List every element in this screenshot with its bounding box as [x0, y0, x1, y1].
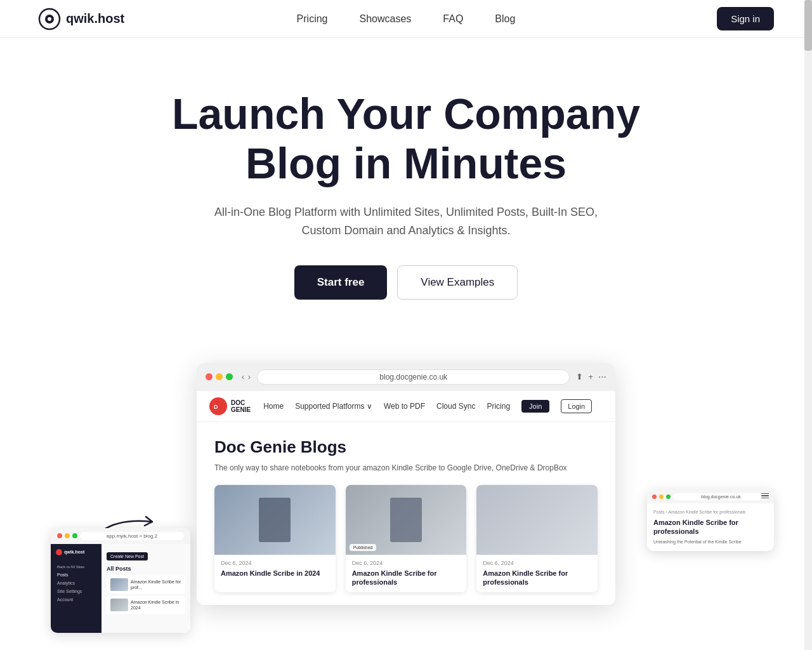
post-item-2-text: Amazon Kindle Scribe in 2024	[131, 599, 181, 611]
hamburger-line-1	[761, 493, 769, 494]
sign-in-button[interactable]: Sign in	[717, 7, 774, 30]
float-dot-green	[666, 494, 671, 499]
add-tab-icon[interactable]: +	[588, 372, 593, 381]
hamburger-icon[interactable]	[761, 493, 769, 499]
logo-text: qwik.host	[66, 11, 124, 26]
admin-address-bar: app.myik.host > blog.2	[80, 532, 184, 540]
hero-title: Launch Your Company Blog in Minutes	[159, 89, 653, 188]
browser-nav-controls: ‹ ›	[242, 373, 251, 381]
sidebar-item-back[interactable]: Back to All Sites	[56, 563, 96, 571]
float-dot-red	[652, 494, 657, 499]
float-top-bar: blog.docgenie.co.uk	[647, 490, 774, 503]
sidebar-logo-dot	[56, 549, 62, 555]
blog-card-1-body: Dec 6, 2024 Amazon Kindle Scribe in 2024	[214, 555, 336, 583]
admin-main-panel: Create New Post All Posts Amazon Kindle …	[102, 544, 190, 633]
blog-nav-pricing[interactable]: Pricing	[487, 402, 510, 411]
blog-card-2-image: Published	[346, 485, 467, 555]
mockup-area: app.myik.host > blog.2 qwik.host Back to…	[0, 363, 812, 650]
blog-card-2-body: Dec 6, 2024 Amazon Kindle Scribe for pro…	[346, 555, 467, 592]
blog-nav-pdf[interactable]: Web to PDF	[384, 402, 425, 411]
forward-arrow-icon[interactable]: ›	[248, 373, 251, 381]
browser-dot-yellow[interactable]	[216, 373, 223, 380]
share-icon[interactable]: ⬆	[576, 372, 583, 381]
blog-card-3-image	[476, 485, 598, 555]
blog-logo-icon: D	[209, 397, 227, 415]
view-examples-button[interactable]: View Examples	[397, 265, 518, 300]
float-dot-yellow	[659, 494, 664, 499]
blog-nav: Home Supported Platforms ∨ Web to PDF Cl…	[263, 399, 592, 413]
blog-header: D DOCGENIE Home Supported Platforms ∨ We…	[197, 391, 615, 422]
start-free-button[interactable]: Start free	[294, 265, 388, 300]
nav-blog[interactable]: Blog	[495, 13, 515, 25]
hero-section: Launch Your Company Blog in Minutes All-…	[0, 38, 812, 363]
blog-logo: D DOCGENIE	[209, 397, 251, 415]
sidebar-item-analytics[interactable]: Analytics	[56, 579, 96, 587]
more-options-icon[interactable]: ⋯	[598, 372, 606, 381]
svg-point-2	[48, 17, 51, 21]
post-item-1-text: Amazon Kindle Scribe for prof...	[131, 579, 181, 590]
blog-card-2-date: Dec 6, 2024	[352, 560, 461, 566]
blog-logo-brand: DOCGENIE	[231, 399, 251, 413]
logo[interactable]: qwik.host	[38, 8, 124, 30]
admin-sidebar: qwik.host Back to All Sites Posts Analyt…	[51, 544, 190, 633]
sidebar-item-site-settings[interactable]: Site Settings	[56, 587, 96, 595]
blog-card-3-title: Amazon Kindle Scribe for professionals	[483, 569, 591, 587]
nav-showcases[interactable]: Showcases	[360, 13, 412, 25]
blog-card-2: Published Dec 6, 2024 Amazon Kindle Scri…	[346, 485, 467, 592]
blog-nav-sync[interactable]: Cloud Sync	[436, 402, 475, 411]
sidebar-item-account[interactable]: Account	[56, 595, 96, 604]
floating-blog-mockup: blog.docgenie.co.uk Posts › Amazon Kindl…	[647, 490, 774, 551]
admin-panel-mockup: app.myik.host > blog.2 qwik.host Back to…	[51, 528, 190, 633]
blog-card-3: Dec 6, 2024 Amazon Kindle Scribe for pro…	[476, 485, 598, 592]
scrollbar[interactable]	[804, 0, 812, 650]
sidebar-panel: qwik.host Back to All Sites Posts Analyt…	[51, 544, 102, 633]
nav-pricing[interactable]: Pricing	[297, 13, 328, 25]
scrollbar-thumb[interactable]	[804, 0, 812, 51]
admin-dot-red	[57, 533, 62, 538]
header: qwik.host Pricing Showcases FAQ Blog Sig…	[0, 0, 812, 38]
blog-card-1: Dec 6, 2024 Amazon Kindle Scribe in 2024	[214, 485, 336, 592]
sidebar-logo: qwik.host	[56, 549, 96, 555]
browser-address-bar[interactable]: blog.docgenie.co.uk	[257, 369, 570, 385]
post-item-2: Amazon Kindle Scribe in 2024	[107, 596, 185, 614]
blog-main-subtitle: The only way to share notebooks from you…	[214, 463, 598, 472]
blog-nav-platforms[interactable]: Supported Platforms ∨	[295, 402, 372, 411]
blog-card-3-body: Dec 6, 2024 Amazon Kindle Scribe for pro…	[476, 555, 598, 592]
blog-main-title: Doc Genie Blogs	[214, 437, 598, 457]
hero-subtitle: All-in-One Blog Platform with Unlimited …	[203, 203, 609, 240]
float-address-bar: blog.docgenie.co.uk	[673, 493, 769, 500]
blog-cards: Dec 6, 2024 Amazon Kindle Scribe in 2024…	[214, 485, 598, 592]
admin-dot-green	[72, 533, 77, 538]
back-arrow-icon[interactable]: ‹	[242, 373, 244, 381]
browser-dot-red[interactable]	[206, 373, 213, 380]
browser-dots	[206, 373, 233, 380]
blog-content: Doc Genie Blogs The only way to share no…	[197, 422, 615, 605]
blog-login-button[interactable]: Login	[561, 399, 592, 413]
blog-card-3-date: Dec 6, 2024	[483, 560, 591, 566]
hamburger-line-2	[761, 495, 769, 496]
nav-faq[interactable]: FAQ	[443, 13, 463, 25]
admin-panel-title: All Posts	[107, 566, 185, 572]
create-post-button[interactable]: Create New Post	[107, 552, 148, 560]
blog-card-1-date: Dec 6, 2024	[221, 560, 329, 566]
published-badge: Published	[350, 544, 377, 551]
post-item-1: Amazon Kindle Scribe for prof...	[107, 576, 185, 594]
sidebar-item-posts[interactable]: Posts	[56, 571, 96, 579]
hamburger-line-3	[761, 498, 769, 499]
main-browser-mockup: ‹ › blog.docgenie.co.uk ⬆ + ⋯ D DOCGENIE	[197, 363, 615, 605]
blog-join-button[interactable]: Join	[521, 400, 549, 413]
sidebar-logo-text: qwik.host	[64, 550, 84, 554]
browser-dot-green[interactable]	[226, 373, 233, 380]
admin-top-bar: app.myik.host > blog.2	[51, 528, 190, 544]
blog-card-1-title: Amazon Kindle Scribe in 2024	[221, 569, 329, 578]
blog-card-1-image	[214, 485, 336, 555]
browser-actions: ⬆ + ⋯	[576, 372, 606, 381]
post-item-2-image	[110, 599, 128, 611]
float-post-subtitle: Unleashing the Potential of the Kindle S…	[653, 539, 768, 545]
hero-buttons: Start free View Examples	[38, 265, 774, 300]
blog-nav-home[interactable]: Home	[263, 402, 284, 411]
main-nav: Pricing Showcases FAQ Blog	[297, 13, 516, 25]
logo-icon	[38, 8, 61, 30]
float-post-title: Amazon Kindle Scribe for professionals	[653, 518, 768, 536]
post-item-1-image	[110, 578, 128, 591]
